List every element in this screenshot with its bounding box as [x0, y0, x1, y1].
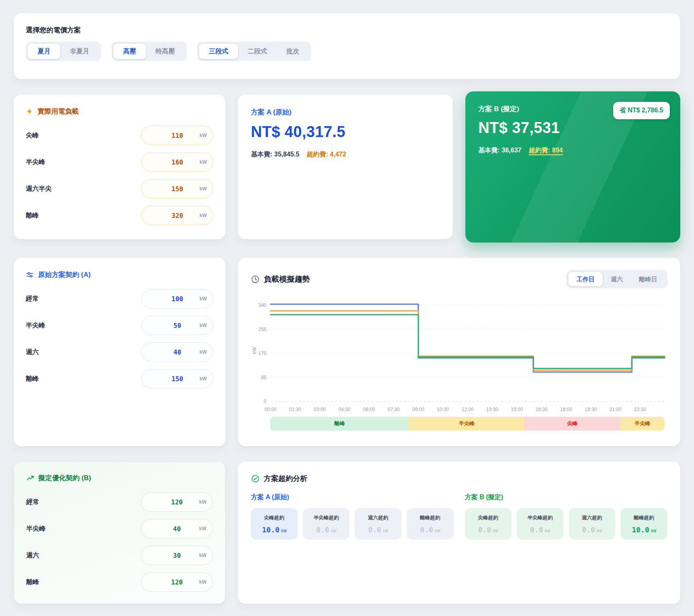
- plan-b-peak-excess-chip: 尖峰超約 0.0kW: [465, 508, 512, 540]
- chip-value: 0.0kW: [358, 525, 398, 534]
- x-tick-label: 03:00: [313, 407, 326, 412]
- period-band: 半尖峰: [620, 417, 665, 430]
- actual-load-rows: 尖峰 kW 半尖峰 kW 週六半尖: [26, 126, 213, 225]
- plan-b-excess-fee-link[interactable]: 超約費: 894: [529, 146, 563, 155]
- semi-peak-label: 半尖峰: [26, 321, 45, 330]
- plan-b-semi-peak-excess-chip: 半尖峰超約 0.0kW: [517, 508, 564, 540]
- contract-a-rows: 經常 kW 半尖峰 kW 週六: [26, 289, 213, 388]
- plan-b-off-peak-excess-chip: 離峰超約 10.0kW: [620, 508, 667, 540]
- period-bands: 離峰半尖峰尖峰半尖峰: [270, 417, 665, 430]
- voltage-toggle: 高壓 特高壓: [111, 42, 187, 61]
- contract-b-header: 擬定優化契約 (B): [26, 473, 213, 483]
- plan-b-chips: 尖峰超約 0.0kW 半尖峰超約 0.0kW 週六超約 0.0kW 離峰超約: [465, 508, 668, 540]
- tariff-batch-button[interactable]: 批次: [277, 44, 309, 59]
- chip-value-number: 10.0: [632, 525, 649, 534]
- plan-b-base-fee: 基本費: 36,637: [478, 146, 522, 155]
- y-axis-label: kW: [252, 347, 257, 354]
- x-tick-label: 10:30: [437, 407, 449, 412]
- chip-value: 0.0kW: [468, 525, 509, 534]
- saturday-semi-load-pill: kW: [141, 179, 213, 198]
- y-tick-label: 85: [261, 375, 267, 380]
- plan-a-base-fee-label: 基本費:: [251, 151, 272, 158]
- trend-tab-saturday[interactable]: 週六: [603, 272, 631, 286]
- chip-unit: kW: [651, 528, 656, 534]
- x-tick-label: 06:00: [363, 407, 375, 412]
- chip-label: 半尖峰超約: [520, 515, 560, 521]
- contract-b-card: 擬定優化契約 (B) 經常 kW 半尖峰 kW: [14, 462, 225, 604]
- x-tick-label: 04:30: [338, 407, 350, 412]
- contract-b-rows: 經常 kW 半尖峰 kW 週六: [26, 492, 213, 592]
- kw-unit: kW: [199, 579, 206, 585]
- x-tick-label: 18:00: [560, 407, 572, 412]
- contract-b-saturday-pill: kW: [141, 546, 213, 565]
- season-nonsummer-button[interactable]: 非夏月: [60, 44, 99, 59]
- trend-tab-offpeak-day[interactable]: 離峰日: [631, 272, 665, 286]
- plan-a-excess-fee-value: 4,472: [330, 151, 346, 158]
- chip-unit: kW: [435, 528, 440, 534]
- chip-label: 離峰超約: [410, 515, 450, 521]
- excess-analysis-card: 方案超約分析 方案 A (原始) 尖峰超約 10.0kW 半尖峰超約 0.0kW: [238, 462, 680, 604]
- tariff-two-stage-button[interactable]: 二段式: [238, 44, 277, 59]
- tariff-type-toggle: 三段式 二段式 批次: [197, 42, 311, 61]
- off-peak-label: 離峰: [26, 375, 39, 383]
- contract-b-semi-peak-pill: kW: [141, 519, 213, 538]
- kw-unit: kW: [200, 133, 207, 138]
- y-tick-label: 170: [258, 350, 266, 356]
- trend-title-wrap: 負載模擬趨勢: [251, 274, 310, 285]
- contract-b-row-semi-peak: 半尖峰 kW: [26, 519, 213, 538]
- plan-b-base-fee-value: 36,637: [502, 147, 522, 154]
- chip-value: 0.0kW: [410, 525, 450, 534]
- contract-b-title: 擬定優化契約 (B): [38, 473, 91, 483]
- contract-a-regular-pill: kW: [141, 289, 213, 308]
- contract-a-semi-peak-pill: kW: [141, 316, 213, 335]
- regular-label: 經常: [26, 498, 39, 506]
- savings-badge: 省 NT$ 2,786.5: [613, 102, 670, 119]
- load-row-semi-peak: 半尖峰 kW: [26, 152, 213, 172]
- chip-unit: kW: [281, 528, 286, 534]
- contract-b-regular-pill: kW: [141, 492, 213, 512]
- contract-a-header: 原始方案契約 (A): [26, 270, 213, 279]
- chip-label: 離峰超約: [624, 515, 664, 521]
- contract-a-row-semi-peak: 半尖峰 kW: [26, 316, 213, 335]
- x-tick-label: 16:30: [535, 407, 547, 412]
- plan-selector-groups: 夏月 非夏月 高壓 特高壓 三段式 二段式 批次: [26, 42, 668, 61]
- plan-a-title: 方案 A (原始): [251, 108, 440, 117]
- chip-value-number: 0.0: [478, 525, 491, 534]
- season-summer-button[interactable]: 夏月: [28, 44, 60, 59]
- actual-load-title: 實際用電負載: [38, 107, 79, 116]
- trend-tab-weekday[interactable]: 工作日: [568, 272, 603, 286]
- kw-unit: kW: [200, 296, 207, 302]
- contract-b-row-saturday: 週六 kW: [26, 546, 213, 565]
- tariff-three-stage-button[interactable]: 三段式: [199, 44, 238, 59]
- kw-unit: kW: [200, 376, 207, 382]
- chip-value-number: 0.0: [530, 525, 543, 534]
- plan-b-amount: NT$ 37,531: [478, 119, 667, 137]
- kw-unit: kW: [199, 499, 206, 505]
- x-tick-label: 09:00: [412, 407, 424, 412]
- trend-day-toggle: 工作日 週六 離峰日: [566, 270, 667, 288]
- chip-value: 0.0kW: [306, 525, 347, 534]
- voltage-high-button[interactable]: 高壓: [114, 44, 146, 59]
- plan-a-peak-excess-chip: 尖峰超約 10.0kW: [251, 508, 298, 540]
- kw-unit: kW: [200, 159, 207, 165]
- analysis-groups: 方案 A (原始) 尖峰超約 10.0kW 半尖峰超約 0.0kW 週六超約 0: [251, 493, 667, 540]
- tariff-dashboard: 選擇您的電價方案 夏月 非夏月 高壓 特高壓 三段式 二段式 批次: [14, 13, 680, 604]
- chip-label: 尖峰超約: [254, 515, 294, 521]
- off-peak-label: 離峰: [26, 211, 39, 220]
- analysis-plan-a-title: 方案 A (原始): [251, 493, 454, 502]
- chip-unit: kW: [331, 528, 336, 534]
- chip-unit: kW: [493, 528, 498, 534]
- saturday-label: 週六: [26, 348, 39, 357]
- trend-card: 負載模擬趨勢 工作日 週六 離峰日 085170255340kW00:0001:…: [238, 258, 680, 446]
- trending-up-icon: [26, 474, 34, 482]
- period-band: 尖峰: [524, 417, 620, 430]
- contract-b-row-regular: 經常 kW: [26, 492, 213, 512]
- plan-a-off-peak-excess-chip: 離峰超約 0.0kW: [407, 508, 454, 540]
- check-circle-icon: [251, 474, 260, 483]
- plan-selector-card: 選擇您的電價方案 夏月 非夏月 高壓 特高壓 三段式 二段式 批次: [14, 13, 680, 79]
- semi-peak-label: 半尖峰: [26, 158, 45, 167]
- contract-a-row-off-peak: 離峰 kW: [26, 369, 213, 388]
- contract-b-row-off-peak: 離峰 kW: [26, 572, 213, 592]
- voltage-extra-high-button[interactable]: 特高壓: [146, 44, 185, 59]
- load-row-saturday-semi: 週六半尖 kW: [26, 179, 213, 198]
